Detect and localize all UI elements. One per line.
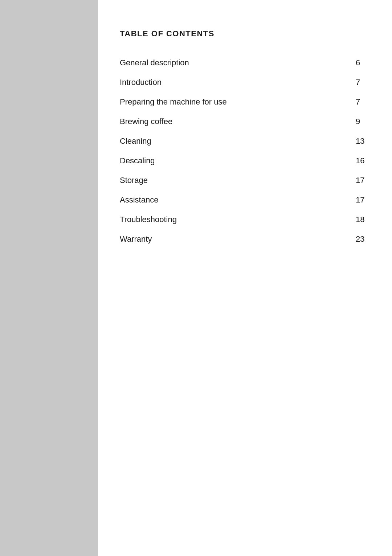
- toc-item-page: 23: [348, 229, 370, 249]
- right-panel: TABLE OF CONTENTS General description6In…: [98, 0, 392, 556]
- toc-item-label: Cleaning: [120, 131, 348, 151]
- toc-item-page: 18: [348, 210, 370, 229]
- toc-item-label: Preparing the machine for use: [120, 92, 348, 112]
- toc-table: General description6Introduction7Prepari…: [120, 53, 370, 249]
- toc-item-label: Descaling: [120, 151, 348, 171]
- table-row: General description6: [120, 53, 370, 73]
- toc-item-label: Troubleshooting: [120, 210, 348, 229]
- toc-item-label: Brewing coffee: [120, 112, 348, 131]
- left-panel: [0, 0, 98, 556]
- toc-item-page: 16: [348, 151, 370, 171]
- toc-item-page: 13: [348, 131, 370, 151]
- table-row: Storage17: [120, 171, 370, 190]
- toc-title: TABLE OF CONTENTS: [120, 29, 370, 38]
- table-row: Warranty23: [120, 229, 370, 249]
- toc-item-label: Warranty: [120, 229, 348, 249]
- table-row: Preparing the machine for use7: [120, 92, 370, 112]
- toc-item-label: General description: [120, 53, 348, 73]
- toc-item-page: 9: [348, 112, 370, 131]
- toc-item-page: 17: [348, 190, 370, 210]
- table-row: Introduction7: [120, 73, 370, 92]
- table-row: Descaling16: [120, 151, 370, 171]
- table-row: Cleaning13: [120, 131, 370, 151]
- toc-item-label: Assistance: [120, 190, 348, 210]
- toc-item-label: Introduction: [120, 73, 348, 92]
- toc-item-page: 6: [348, 53, 370, 73]
- table-row: Brewing coffee9: [120, 112, 370, 131]
- toc-item-page: 7: [348, 73, 370, 92]
- toc-item-page: 17: [348, 171, 370, 190]
- toc-item-page: 7: [348, 92, 370, 112]
- table-row: Assistance17: [120, 190, 370, 210]
- toc-item-label: Storage: [120, 171, 348, 190]
- table-row: Troubleshooting18: [120, 210, 370, 229]
